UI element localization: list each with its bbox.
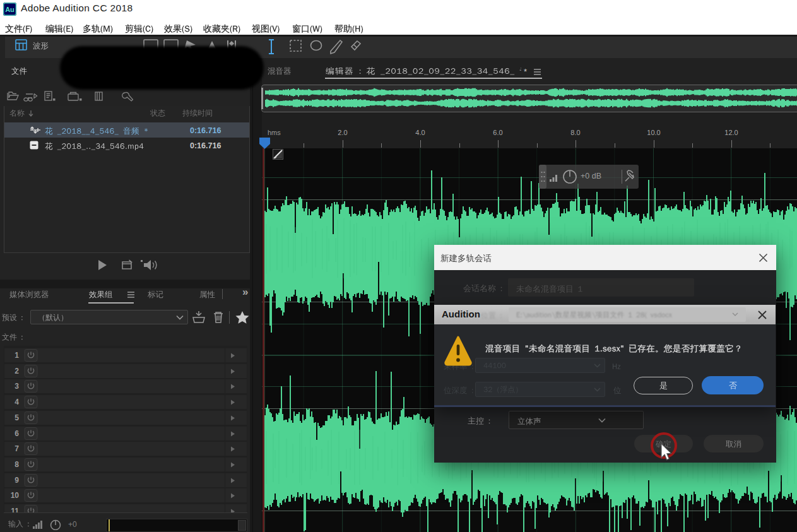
- svg-text:Au: Au: [5, 6, 15, 13]
